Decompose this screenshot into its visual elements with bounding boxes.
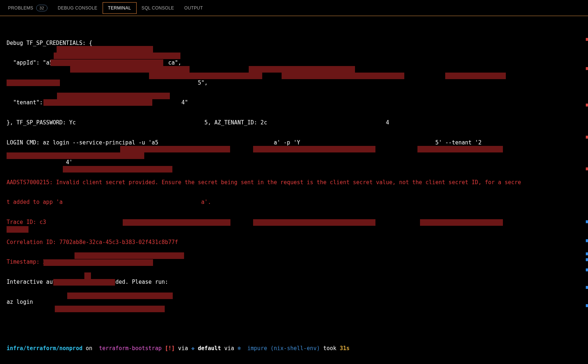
redaction-block [253, 146, 375, 152]
term-line: "appId": "a53 ca", [7, 59, 581, 66]
scroll-marker [586, 252, 588, 255]
shell-prompt: infra/terraform/nonprod on terraform-boo… [7, 345, 581, 352]
redaction-block [249, 66, 355, 73]
scroll-marker [586, 258, 588, 261]
term-error-line: t added to app 'a a'. [7, 199, 581, 205]
panel-tab-bar: PROBLEMS 32 DEBUG CONSOLE TERMINAL SQL C… [0, 0, 588, 16]
term-error-line: AADSTS7000215: Invalid client secret pro… [7, 179, 581, 186]
tab-problems[interactable]: PROBLEMS 32 [3, 2, 53, 14]
redaction-block [54, 53, 180, 59]
scroll-marker [586, 167, 588, 170]
redaction-block [149, 73, 262, 79]
scroll-marker [586, 220, 588, 223]
redaction-block [417, 146, 503, 152]
redaction-block [7, 152, 144, 159]
redaction-block [282, 73, 404, 79]
term-line: }, TF_SP_PASSWORD: Yc 5, AZ_TENANT_ID: 2… [7, 119, 581, 126]
term-line: 4' [7, 159, 581, 166]
term-line: LOGIN CMD: az login --service-principal … [7, 139, 581, 146]
redaction-block [70, 66, 190, 73]
redaction-block [7, 226, 28, 233]
tab-terminal[interactable]: TERMINAL [103, 2, 137, 14]
redaction-block [445, 73, 506, 79]
term-error-line: Timestamp: 2023-09-22 11:36:08Z [7, 259, 581, 265]
tab-output[interactable]: OUTPUT [179, 3, 208, 13]
redaction-block [120, 146, 230, 152]
term-line: Debug TF_SP_CREDENTIALS: { [7, 40, 581, 46]
prompt-via: via [221, 345, 237, 352]
term-line: "password": "Y 5", [7, 80, 581, 86]
prompt-branch: terraform-bootstrap [99, 345, 165, 352]
term-error-line: Correlation ID: 7702ab8e-32ca-45c3-b383-… [7, 239, 581, 245]
scrollbar-markers [585, 16, 588, 364]
terraform-icon: ❖ [191, 345, 198, 352]
scroll-marker [586, 268, 588, 271]
redaction-block [63, 166, 172, 173]
tab-debug-console[interactable]: DEBUG CONSOLE [53, 3, 103, 13]
prompt-took: took [320, 345, 340, 352]
tab-problems-badge: 32 [36, 5, 47, 11]
scroll-marker [586, 38, 588, 41]
prompt-duration: 31s [340, 345, 350, 352]
tab-sql-console-label: SQL CONSOLE [142, 5, 174, 11]
terminal-pane[interactable]: Debug TF_SP_CREDENTIALS: { "appId": "a53… [0, 16, 588, 364]
nix-icon: ❄ [237, 345, 244, 352]
term-line: az login [7, 299, 581, 305]
prompt-default: default [198, 345, 221, 352]
scroll-marker [586, 304, 588, 307]
tab-sql-console[interactable]: SQL CONSOLE [137, 3, 179, 13]
scroll-marker [586, 67, 588, 70]
tab-terminal-label: TERMINAL [108, 5, 131, 11]
prompt-cwd: infra/terraform/nonprod [7, 345, 83, 352]
scroll-marker [586, 104, 588, 107]
redaction-block [57, 93, 170, 99]
redaction-layer [0, 16, 588, 364]
branch-icon [96, 345, 99, 352]
redaction-block [55, 306, 165, 312]
scroll-marker [586, 286, 588, 289]
term-line: "tenant": "2 4" [7, 99, 581, 106]
tab-output-label: OUTPUT [184, 5, 203, 11]
scroll-marker [586, 239, 588, 242]
scroll-marker [586, 136, 588, 139]
redaction-block [67, 293, 173, 299]
tab-problems-label: PROBLEMS [8, 5, 33, 11]
prompt-dirty-flag: [!] [165, 345, 175, 352]
redaction-block [84, 272, 91, 279]
redaction-block [75, 252, 184, 259]
prompt-nix-env: impure (nix-shell-env) [244, 345, 320, 352]
prompt-via: via [175, 345, 191, 352]
tab-debug-console-label: DEBUG CONSOLE [58, 5, 98, 11]
term-error-line: Trace ID: c3 0 [7, 219, 581, 225]
prompt-on: on [83, 345, 96, 352]
redaction-block [57, 46, 153, 53]
term-line: Interactive authentication is needed. Pl… [7, 279, 581, 285]
